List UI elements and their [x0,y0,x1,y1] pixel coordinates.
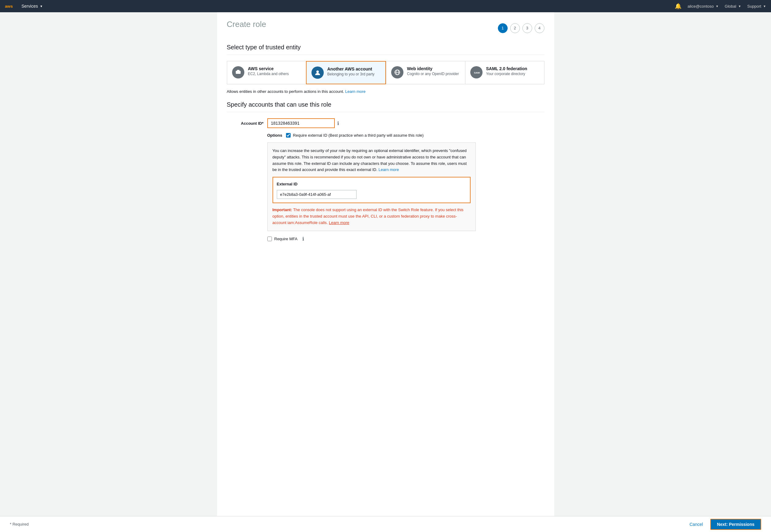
navbar-right: 🔔 alice@contoso ▼ Global ▼ Support ▼ [675,3,766,9]
info-box-learn-more-link[interactable]: Learn more [378,167,399,172]
divider-1 [227,55,545,55]
external-id-box: External ID [272,177,471,203]
support-menu[interactable]: Support ▼ [747,4,766,9]
region-menu[interactable]: Global ▼ [725,4,741,9]
main-content: Create role 1 2 3 4 Select type of trust… [217,12,554,516]
svg-point-3 [316,70,319,73]
important-warning: Important: The console does not support … [272,207,471,226]
services-menu[interactable]: Services ▼ [21,4,43,9]
aws-service-text: AWS service EC2, Lambda and others [248,66,289,76]
entity-card-web-identity[interactable]: Web identity Cognito or any OpenID provi… [386,61,465,84]
info-box-text: You can increase the security of your ro… [272,148,467,172]
saml-title: SAML 2.0 federation [486,66,527,71]
aws-logo-container[interactable]: aws [5,2,17,10]
mfa-row: Require MFA ℹ [267,236,545,242]
step-3-label: 3 [526,26,528,30]
saml-text: SAML 2.0 federation Your corporate direc… [486,66,527,76]
bell-icon[interactable]: 🔔 [675,3,682,9]
aws-service-subtitle: EC2, Lambda and others [248,72,289,76]
web-identity-svg-icon [394,69,401,76]
navbar: aws Services ▼ 🔔 alice@contoso ▼ Global … [0,0,771,12]
account-id-info-icon[interactable]: ℹ [337,120,339,126]
mfa-info-icon[interactable]: ℹ [302,236,304,242]
another-account-icon [311,67,324,79]
require-mfa-checkbox[interactable] [267,237,272,241]
svg-text:SAML: SAML [474,71,480,74]
step-1-label: 1 [502,26,504,30]
support-label: Support [747,4,762,9]
section2-header: Specify accounts that can use this role [227,101,545,108]
section1-header: Select type of trusted entity [227,44,545,51]
entity-card-saml[interactable]: SAML SAML 2.0 federation Your corporate … [465,61,545,84]
entity-cards: AWS service EC2, Lambda and others Anoth… [227,61,545,84]
important-text: The console does not support using an ex… [272,207,464,225]
step-4-label: 4 [538,26,541,30]
require-external-id-label[interactable]: Require external ID (Best practice when … [293,133,424,138]
support-caret-icon: ▼ [763,5,766,8]
region-caret-icon: ▼ [738,5,741,8]
step-4[interactable]: 4 [535,23,545,33]
step-3[interactable]: 3 [522,23,532,33]
require-external-id-row: Require external ID (Best practice when … [286,133,424,138]
another-account-svg-icon [314,69,321,76]
step-indicators: 1 2 3 4 [498,23,545,33]
step-2-label: 2 [514,26,516,30]
services-label: Services [21,4,38,9]
external-id-label: External ID [277,181,466,188]
saml-icon: SAML [470,66,483,78]
svg-rect-2 [237,70,239,71]
entity-card-aws-service[interactable]: AWS service EC2, Lambda and others [227,61,306,84]
svg-rect-1 [236,71,241,74]
require-external-id-checkbox[interactable] [286,133,290,138]
entity-card-another-account[interactable]: Another AWS account Belonging to you or … [306,61,386,84]
external-id-input[interactable] [277,190,356,199]
saml-subtitle: Your corporate directory [486,72,527,76]
step-1[interactable]: 1 [498,23,508,33]
account-id-row: Account ID* ℹ [227,118,545,128]
svg-text:aws: aws [5,4,13,9]
user-label: alice@contoso [688,4,714,9]
require-mfa-label[interactable]: Require MFA [274,237,298,241]
web-identity-icon [391,66,404,78]
aws-service-svg-icon [235,69,241,76]
region-label: Global [725,4,736,9]
user-menu[interactable]: alice@contoso ▼ [688,4,719,9]
user-caret-icon: ▼ [716,5,719,8]
account-id-input[interactable] [267,118,335,128]
aws-service-icon [232,66,244,78]
another-account-subtitle: Belonging to you or 3rd party [327,72,374,76]
web-identity-title: Web identity [407,66,459,71]
header-row: Create role 1 2 3 4 [227,20,545,36]
section1-info-text: Allows entities in other accounts to per… [227,89,545,94]
section1-learn-more-link[interactable]: Learn more [345,89,365,94]
external-id-info-box: You can increase the security of your ro… [267,143,476,231]
another-account-text: Another AWS account Belonging to you or … [327,67,374,76]
step-2[interactable]: 2 [510,23,520,33]
services-caret-icon: ▼ [40,5,43,8]
options-label: Options [267,133,282,138]
page-title: Create role [227,20,266,29]
another-account-title: Another AWS account [327,67,374,71]
important-learn-more-link[interactable]: Learn more [329,220,349,225]
saml-svg-icon: SAML [473,69,480,76]
aws-service-title: AWS service [248,66,289,71]
web-identity-subtitle: Cognito or any OpenID provider [407,72,459,76]
important-label: Important: [272,207,292,212]
aws-logo-icon: aws [5,2,17,10]
web-identity-text: Web identity Cognito or any OpenID provi… [407,66,459,76]
account-id-label: Account ID* [227,121,264,126]
options-row: Options Require external ID (Best practi… [267,133,545,138]
